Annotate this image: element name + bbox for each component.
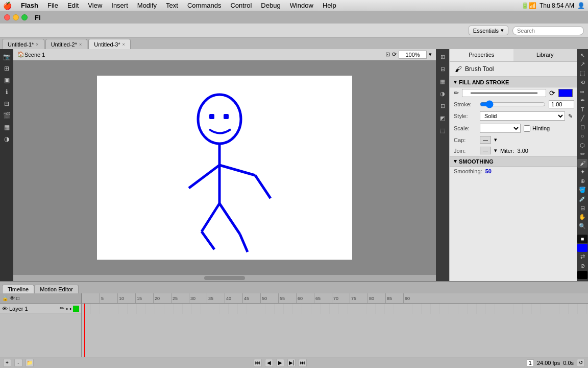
- menu-text[interactable]: Text: [162, 1, 182, 10]
- delete-layer-btn[interactable]: -: [14, 359, 22, 367]
- horizontal-scrollbar[interactable]: [13, 275, 436, 281]
- add-layer-btn[interactable]: +: [3, 359, 11, 367]
- no-color-btn[interactable]: ⊘: [577, 262, 587, 270]
- panel-btn-3[interactable]: ▦: [437, 76, 448, 87]
- tool-movie[interactable]: 🎬: [1, 110, 12, 121]
- stroke-preview[interactable]: [462, 89, 546, 97]
- color-swatch[interactable]: [558, 89, 573, 97]
- tool-view2[interactable]: ▣: [1, 75, 12, 86]
- stroke-slider[interactable]: [480, 100, 546, 108]
- frame-area[interactable]: [82, 304, 588, 357]
- tool-bone[interactable]: ⊕: [577, 177, 587, 186]
- tool-zoom[interactable]: 🔍: [577, 222, 587, 231]
- join-dropdown-icon[interactable]: ▾: [494, 147, 497, 154]
- scale-select[interactable]: [480, 124, 521, 133]
- tool-poly[interactable]: ⬡: [577, 141, 587, 150]
- tab-untitled-2[interactable]: Untitled-2* ×: [45, 39, 88, 49]
- menu-help[interactable]: Help: [318, 1, 340, 10]
- tab-properties[interactable]: Properties: [450, 49, 513, 61]
- tab-untitled-3[interactable]: Untitled-3* ×: [88, 39, 131, 49]
- smoothing-header[interactable]: ▾ SMOOTHING: [450, 156, 577, 167]
- loop-btn[interactable]: ↺: [577, 359, 585, 367]
- add-folder-btn[interactable]: 📁: [26, 359, 34, 367]
- close-button[interactable]: [4, 14, 10, 20]
- tool-free-transform[interactable]: ⬚: [577, 69, 587, 78]
- menu-file[interactable]: File: [43, 1, 62, 10]
- tool-paint-bucket[interactable]: 🪣: [577, 186, 587, 195]
- panel-btn-4[interactable]: ◑: [437, 88, 448, 99]
- tool-arrow[interactable]: ↖: [577, 51, 587, 60]
- fill-stroke-header[interactable]: ▾ FILL AND STROKE: [450, 77, 577, 87]
- tool-media[interactable]: ◑: [1, 133, 12, 145]
- apple-menu[interactable]: 🍎: [3, 2, 12, 10]
- layer-outline[interactable]: •: [69, 306, 71, 312]
- tool-pen[interactable]: ✒: [577, 96, 587, 105]
- menu-commands[interactable]: Commands: [183, 1, 225, 10]
- style-select[interactable]: Solid Dashed Dotted: [480, 111, 565, 121]
- menu-debug[interactable]: Debug: [257, 1, 284, 10]
- swap-icon[interactable]: ⟳: [549, 89, 555, 97]
- menu-modify[interactable]: Modify: [133, 1, 161, 10]
- cap-dropdown-icon[interactable]: ▾: [494, 136, 497, 143]
- menu-view[interactable]: View: [84, 1, 106, 10]
- join-btn[interactable]: —: [480, 147, 491, 154]
- tool-lasso[interactable]: ∞: [577, 87, 587, 96]
- tab-library[interactable]: Library: [513, 49, 577, 61]
- layer-lock[interactable]: •: [66, 306, 68, 312]
- menu-flash[interactable]: Flash: [17, 1, 42, 10]
- layer-visibility[interactable]: 👁: [2, 306, 8, 312]
- tool-oval[interactable]: ○: [577, 132, 587, 141]
- style-edit-icon[interactable]: ✎: [568, 113, 573, 120]
- tool-hand[interactable]: ✋: [577, 213, 587, 221]
- tool-subselect[interactable]: ↗: [577, 60, 587, 69]
- tool-clip[interactable]: ⊟: [1, 98, 12, 109]
- tool-info[interactable]: ℹ: [1, 86, 12, 98]
- zoom-input[interactable]: [399, 51, 427, 59]
- menu-window[interactable]: Window: [286, 1, 317, 10]
- swap-colors-btn[interactable]: ⇄: [577, 252, 587, 261]
- maximize-button[interactable]: [21, 14, 28, 20]
- zoom-down-icon[interactable]: ▾: [429, 51, 432, 58]
- tool-eraser[interactable]: ⊟: [577, 204, 587, 213]
- tool-brush[interactable]: 🖌: [577, 159, 587, 168]
- tool-3d[interactable]: ⟲: [577, 78, 587, 87]
- hinting-checkbox[interactable]: [524, 125, 530, 132]
- tab-close-icon[interactable]: ×: [79, 42, 82, 47]
- panel-btn-6[interactable]: ◩: [437, 112, 448, 124]
- panel-btn-7[interactable]: ⬚: [437, 125, 448, 136]
- fill-color-btn[interactable]: ■: [577, 244, 587, 252]
- minimize-button[interactable]: [13, 14, 19, 20]
- fit-icon[interactable]: ⊡: [385, 51, 390, 58]
- tool-line[interactable]: ╱: [577, 114, 587, 123]
- stroke-value-input[interactable]: [549, 100, 574, 108]
- tool-text[interactable]: T: [577, 105, 587, 113]
- playhead[interactable]: [84, 304, 85, 357]
- essentials-button[interactable]: Essentials ▾: [469, 26, 508, 35]
- panel-btn-5[interactable]: ⊡: [437, 100, 448, 111]
- menu-edit[interactable]: Edit: [63, 1, 83, 10]
- tab-timeline[interactable]: Timeline: [2, 285, 34, 293]
- prev-frame-btn[interactable]: ◀: [265, 359, 273, 367]
- tab-close-icon[interactable]: ×: [36, 42, 38, 47]
- tool-fit[interactable]: ⊞: [1, 63, 12, 74]
- black-white-btn[interactable]: [577, 271, 587, 280]
- layer-row[interactable]: 👁 Layer 1 ✏ • •: [0, 304, 81, 314]
- cap-flat-btn[interactable]: —: [480, 136, 491, 144]
- last-frame-btn[interactable]: ⏭: [299, 359, 307, 367]
- first-frame-btn[interactable]: ⏮: [254, 359, 262, 367]
- tool-grid[interactable]: ▦: [1, 122, 12, 133]
- panel-btn-2[interactable]: ⊟: [437, 63, 448, 75]
- scroll-thumb[interactable]: [204, 276, 245, 280]
- tool-camera[interactable]: 📷: [1, 51, 12, 62]
- tool-pencil[interactable]: ✏: [577, 150, 587, 158]
- tool-rect[interactable]: ◻: [577, 123, 587, 132]
- stroke-color-btn[interactable]: ■: [577, 235, 587, 243]
- search-input[interactable]: [512, 26, 584, 35]
- tool-eyedropper[interactable]: 💉: [577, 195, 587, 203]
- tool-deco[interactable]: ✦: [577, 168, 587, 177]
- tab-motion-editor[interactable]: Motion Editor: [34, 285, 79, 293]
- tab-close-icon[interactable]: ×: [122, 42, 125, 47]
- menu-insert[interactable]: Insert: [107, 1, 132, 10]
- panel-btn-1[interactable]: ⊞: [437, 51, 448, 62]
- rotate-icon[interactable]: ⟳: [392, 51, 397, 58]
